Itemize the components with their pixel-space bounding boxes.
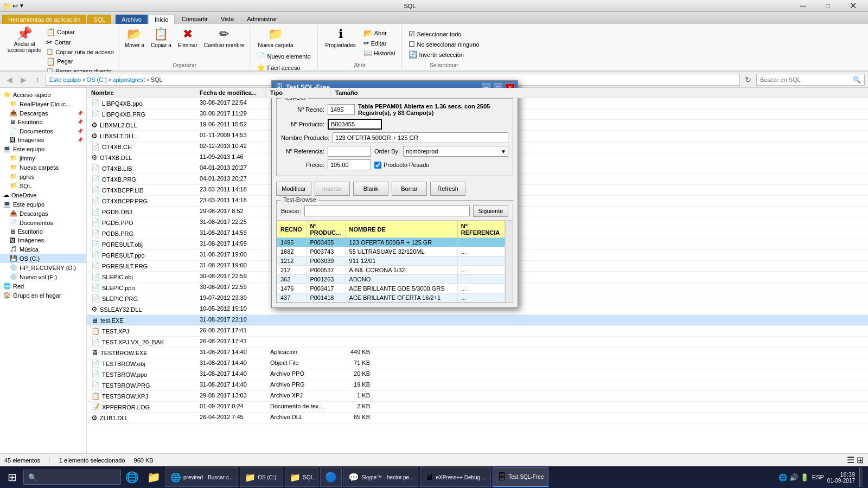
sidebar-item-descargas2[interactable]: 📥Descargas xyxy=(0,209,86,218)
col-nombre[interactable]: Nombre xyxy=(87,88,195,98)
taskbar-app-previred[interactable]: 🌐 previred - Buscar c... xyxy=(165,467,238,487)
sidebar-item-nueva-carpeta[interactable]: 📁Nueva carpeta xyxy=(0,163,86,172)
cortar-btn[interactable]: ✂Cortar xyxy=(44,37,116,47)
search-input[interactable] xyxy=(760,76,851,83)
sidebar-item-descargas[interactable]: 📥Descargas📌 xyxy=(0,108,86,118)
table-row[interactable]: 📄 TESTBROW.ppo 31-08-2017 14:40 Archivo … xyxy=(87,369,868,380)
sidebar-item-pgres[interactable]: 📁pgres xyxy=(0,172,86,181)
pesado-checkbox-label[interactable]: Producto Pesado xyxy=(374,162,429,169)
refresh-btn[interactable]: Refresh xyxy=(430,182,465,196)
tab-archivo[interactable]: Archivo xyxy=(116,15,148,24)
tab-compartir[interactable]: Compartir xyxy=(176,14,214,24)
sidebar-item-escritorio[interactable]: 🖥Escritorio📌 xyxy=(0,118,86,126)
detail-view-btn[interactable]: ⊞ xyxy=(857,455,864,465)
propiedades-btn[interactable]: ℹ Propiedades xyxy=(322,26,359,49)
path-part3[interactable]: apipostgrest xyxy=(112,76,145,83)
blank-btn[interactable]: Blank xyxy=(353,182,388,196)
forward-btn[interactable]: ▶ xyxy=(17,74,29,86)
copiar-ruta-btn[interactable]: 📋Copiar ruta de acceso xyxy=(44,48,116,56)
no-seleccionar-btn[interactable]: ☐No seleccionar ninguno xyxy=(406,40,481,49)
precio-input[interactable] xyxy=(328,159,371,170)
taskbar-app-sql[interactable]: 📁 SQL xyxy=(285,467,318,487)
sidebar-item-grupo[interactable]: 🏠Grupo en el hogar xyxy=(0,291,86,300)
nproducto-input[interactable] xyxy=(328,119,382,130)
facil-acceso-btn[interactable]: ⭐Fácil acceso xyxy=(254,63,302,72)
anclar-btn[interactable]: 📌 Anclar alacceso rápido xyxy=(5,26,43,54)
sidebar-item-osc[interactable]: 💾OS (C:) xyxy=(0,254,86,263)
sql-tab[interactable]: SQL xyxy=(87,15,111,24)
tab-vista[interactable]: Vista xyxy=(215,14,240,24)
table-row[interactable]: 🖥 test.EXE 31-08-2017 23:10 xyxy=(87,315,868,326)
insertar-btn[interactable]: Insertar xyxy=(315,182,350,196)
path-part1[interactable]: Este equipo xyxy=(49,76,81,83)
refresh-icon[interactable]: ↻ xyxy=(742,74,754,86)
minimize-btn[interactable]: ─ xyxy=(791,1,815,11)
buscar-input[interactable] xyxy=(304,206,470,216)
taskbar-app-skype[interactable]: 💬 Skype™ - hector.pe... xyxy=(343,467,418,487)
table-row[interactable]: 🖥 TESTBROW.EXE 31-08-2017 14:40 Aplicaci… xyxy=(87,348,868,358)
back-btn[interactable]: ◀ xyxy=(3,74,15,86)
browse-row[interactable]: 1682 P003743 55 ULTRASUAVE 32/120ML ... xyxy=(277,247,505,256)
browse-row[interactable]: 212 P000537 A-NIL CORONA 1/32 ... xyxy=(277,266,505,275)
search-box[interactable]: 🔍 xyxy=(756,74,865,86)
pesado-checkbox[interactable] xyxy=(374,162,381,169)
taskbar-app-folder1[interactable]: 📁 xyxy=(144,467,164,487)
browse-scrollbar[interactable] xyxy=(505,221,513,303)
table-row[interactable]: 📋 TEST.XPJ 26-08-2017 17:41 xyxy=(87,326,868,337)
orderby-select[interactable]: nombreprod nrecno nproducto xyxy=(403,146,508,157)
nueva-carpeta-btn[interactable]: 📁 Nueva carpeta xyxy=(254,26,296,49)
taskbar-app-ie1[interactable]: 🌐 xyxy=(122,467,142,487)
col-fecha[interactable]: Fecha de modifica... xyxy=(195,88,266,98)
sidebar-item-imagenes[interactable]: 🖼Imágenes📌 xyxy=(0,136,86,144)
copiar-a-btn[interactable]: 📋 Copiar a xyxy=(149,26,174,49)
taskbar-app-osc[interactable]: 📁 OS (C:) xyxy=(240,467,283,487)
historial-btn[interactable]: 📖Historial xyxy=(361,48,398,57)
table-row[interactable]: 📄 TEST.XPJ.VX_20_BAK 26-08-2017 17:41 xyxy=(87,337,868,348)
sidebar-item-equipo[interactable]: 💻Este equipo xyxy=(0,144,86,153)
pegar-btn[interactable]: 📋Pegar xyxy=(44,56,116,66)
app-tools-tab[interactable]: Herramientas de aplicación xyxy=(2,15,86,24)
close-btn[interactable]: ✕ xyxy=(841,1,865,11)
table-row[interactable]: 📄 TESTBROW.obj 31-08-2017 14:40 Object F… xyxy=(87,358,868,369)
taskbar-app-express[interactable]: 🖥 eXPress++ Debug ... xyxy=(420,467,491,487)
sidebar-item-red[interactable]: 🌐Red xyxy=(0,281,86,291)
sidebar-item-acceso[interactable]: ⭐Acceso rápido xyxy=(0,90,86,99)
invertir-btn[interactable]: 🔄Invertir selección xyxy=(406,50,481,59)
table-row[interactable]: 📄 TESTBROW.PRG 31-08-2017 14:40 Archivo … xyxy=(87,380,868,391)
sidebar-item-escritorio2[interactable]: 🖥Escritorio xyxy=(0,227,86,236)
up-btn[interactable]: ↑ xyxy=(31,74,43,86)
siguiente-btn[interactable]: Siguiente xyxy=(473,205,508,217)
nuevo-elemento-btn[interactable]: 📄Nuevo elemento xyxy=(254,52,312,61)
borrar-btn[interactable]: Borrar xyxy=(392,182,427,196)
mover-btn[interactable]: 📂 Mover a xyxy=(123,26,146,49)
col-tamano[interactable]: Tamaño xyxy=(331,88,374,98)
nombre-input[interactable] xyxy=(333,132,508,143)
tab-inicio[interactable]: Inicio xyxy=(149,15,175,24)
sidebar-item-imagenes2[interactable]: 🖼Imágenes xyxy=(0,236,86,245)
nrecno-input[interactable] xyxy=(328,104,355,115)
modificar-btn[interactable]: Modificar xyxy=(276,182,311,196)
browse-row[interactable]: 1212 P003039 911 12/01 xyxy=(277,256,505,266)
browse-row[interactable]: 437 P001418 ACE BRILLANTE OFERTA 16/2+1 … xyxy=(277,293,505,303)
browse-table-wrapper[interactable]: RECNO NºPRODUC... NOMBRE DE NºREFERENCIA… xyxy=(277,220,513,303)
seleccionar-todo-btn[interactable]: ☑Seleccionar todo xyxy=(406,29,481,38)
sidebar-item-realplayer[interactable]: 📁RealPlayer Clouc... xyxy=(0,99,86,108)
maximize-btn[interactable]: □ xyxy=(816,1,840,11)
taskbar-app-chrome[interactable]: 🔵 xyxy=(320,467,342,487)
sidebar-item-documentos[interactable]: 📄Documentos📌 xyxy=(0,126,86,136)
path-part2[interactable]: OS (C:) xyxy=(87,76,107,83)
eliminar-btn[interactable]: ✖ Eliminar xyxy=(176,26,200,49)
sidebar-item-onedrive[interactable]: ☁OneDrive xyxy=(0,190,86,200)
taskbar-search-box[interactable]: 🔍 xyxy=(23,470,121,485)
sidebar-item-musica[interactable]: 🎵Música xyxy=(0,245,86,254)
table-row[interactable]: 📋 TESTBROW.XPJ 29-08-2017 13:03 Archivo … xyxy=(87,391,868,402)
sidebar-item-sql[interactable]: 📁SQL xyxy=(0,181,86,190)
tab-administrar[interactable]: Administrar xyxy=(241,14,283,24)
sidebar-item-equipo2[interactable]: 💻Este equipo xyxy=(0,200,86,209)
editar-btn[interactable]: ✏Editar xyxy=(361,38,398,48)
sidebar-item-nuevovol[interactable]: 💿Nuevo vol (F:) xyxy=(0,272,86,281)
cambiar-btn[interactable]: ✏ Cambiar nombre xyxy=(202,26,246,49)
sidebar-item-jimmy[interactable]: 📁jimmy xyxy=(0,153,86,163)
table-row[interactable]: ⚙ ZLIB1.DLL 26-04-2012 7:45 Archivo DLL … xyxy=(87,413,868,423)
copiar-btn[interactable]: 📋Copiar xyxy=(44,27,116,37)
